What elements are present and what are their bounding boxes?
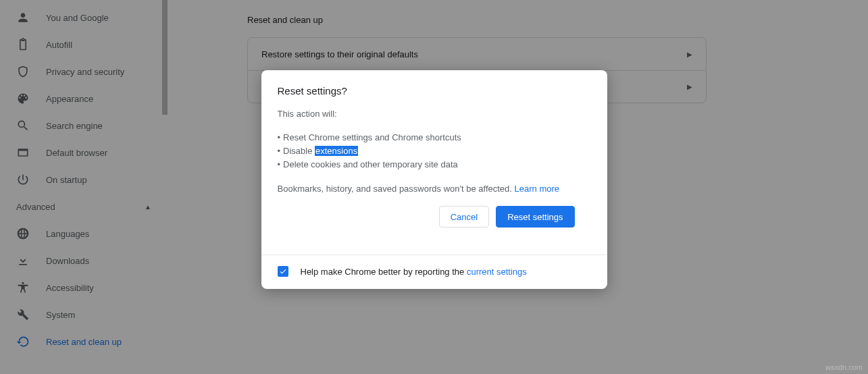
bullet-2-highlight: extensions — [315, 146, 358, 156]
bullet-2-prefix: Disable — [283, 146, 315, 156]
bullet-3: Delete cookies and other temporary site … — [283, 158, 458, 171]
dialog-bullets: •Reset Chrome settings and Chrome shortc… — [278, 131, 591, 171]
learn-more-link[interactable]: Learn more — [515, 184, 559, 194]
dialog-footer: Help make Chrome better by reporting the… — [261, 255, 607, 289]
cancel-button[interactable]: Cancel — [439, 206, 489, 228]
modal-overlay[interactable]: Reset settings? This action will: •Reset… — [0, 0, 868, 374]
current-settings-link[interactable]: current settings — [467, 267, 527, 277]
reset-settings-dialog: Reset settings? This action will: •Reset… — [261, 70, 607, 289]
dialog-title: Reset settings? — [278, 85, 591, 97]
note-text: Bookmarks, history, and saved passwords … — [278, 184, 515, 194]
watermark: wsxdn.com — [825, 363, 863, 371]
reset-settings-button[interactable]: Reset settings — [496, 206, 574, 228]
dialog-note: Bookmarks, history, and saved passwords … — [278, 184, 591, 194]
bullet-1: Reset Chrome settings and Chrome shortcu… — [283, 131, 461, 144]
dialog-intro: This action will: — [278, 109, 591, 119]
report-checkbox[interactable] — [278, 266, 288, 277]
footer-text: Help make Chrome better by reporting the — [301, 267, 467, 277]
